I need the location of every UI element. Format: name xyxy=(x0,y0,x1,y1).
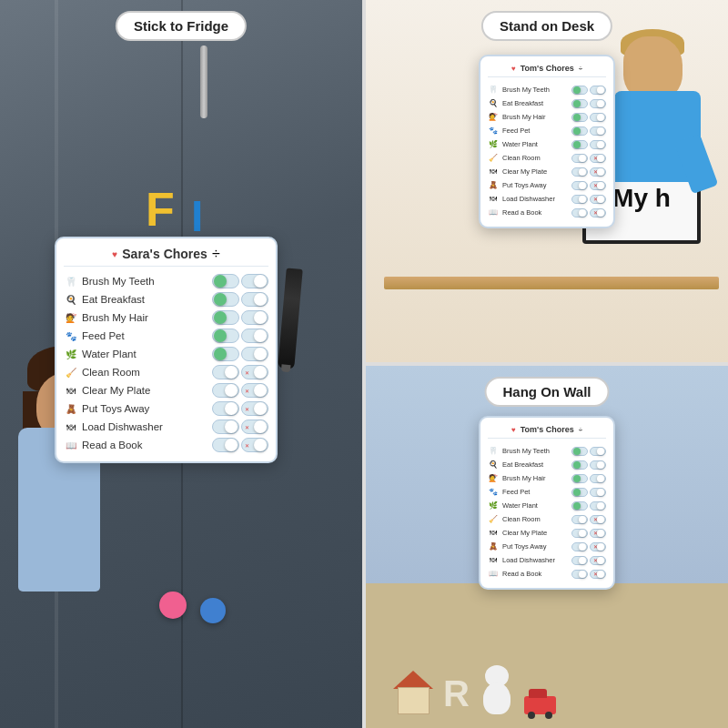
toggle-switch[interactable]: ✕ xyxy=(590,181,606,190)
toggle-switch[interactable] xyxy=(212,438,239,452)
toggle-switch[interactable]: ✓ xyxy=(571,126,588,136)
toggle-switch[interactable] xyxy=(571,208,588,217)
bear-decoration xyxy=(479,669,515,714)
chore-icon: 📖 xyxy=(488,569,499,580)
toggle-switch[interactable]: ✓ xyxy=(212,329,239,343)
toggle-switch[interactable]: ✓ xyxy=(571,474,588,483)
chore-label: Feed Pet xyxy=(502,126,568,135)
chore-row: 🌿Water Plant✓ xyxy=(488,137,606,151)
toggle-knob xyxy=(579,155,586,162)
toggle-switch[interactable] xyxy=(241,329,268,343)
toggle-switch[interactable]: ✓ xyxy=(571,86,588,95)
toggle-switch[interactable]: ✓ xyxy=(212,347,239,361)
chore-label: Clear My Plate xyxy=(502,529,568,537)
toggle-knob xyxy=(214,329,227,342)
toggle-switch[interactable]: ✕ xyxy=(590,556,606,565)
toggle-switch[interactable] xyxy=(212,420,239,434)
toggle-switch[interactable]: ✓ xyxy=(571,460,588,470)
toggle-switch[interactable] xyxy=(571,570,588,579)
toggle-switch[interactable]: ✓ xyxy=(212,274,239,288)
chore-icon: 🧹 xyxy=(64,365,78,379)
chore-row: 🍽Clear My Plate✕ xyxy=(64,381,268,399)
toggle-switch[interactable] xyxy=(241,310,268,325)
toggle-switch[interactable] xyxy=(212,383,239,398)
sara-chores-list: 🦷Brush My Teeth✓🍳Eat Breakfast✓💇Brush My… xyxy=(64,272,268,454)
toggle-knob xyxy=(597,86,604,94)
toggle-switch[interactable] xyxy=(590,474,606,483)
chore-icon: 🧸 xyxy=(488,541,499,552)
toggle-switch[interactable]: ✕ xyxy=(241,420,268,434)
toggle-switch[interactable]: ✕ xyxy=(590,570,606,579)
toggle-switch[interactable]: ✕ xyxy=(241,365,268,379)
toggle-switch[interactable]: ✕ xyxy=(590,542,606,551)
toggle-switch[interactable]: ✓ xyxy=(571,113,588,122)
toggle-switch[interactable] xyxy=(571,195,588,204)
chore-label: Feed Pet xyxy=(502,488,568,496)
chore-icon: 📖 xyxy=(64,438,78,452)
chore-label: Load Dishwasher xyxy=(502,556,568,564)
toggle-group: ✕ xyxy=(571,570,606,579)
toggle-group: ✕ xyxy=(571,181,606,190)
toggle-switch[interactable] xyxy=(590,501,606,511)
toggle-group: ✕ xyxy=(212,438,268,452)
toggle-switch[interactable] xyxy=(571,542,588,551)
toggle-switch[interactable]: ✕ xyxy=(590,208,606,217)
toggle-switch[interactable] xyxy=(212,365,239,379)
chore-label: Brush My Teeth xyxy=(502,86,568,94)
toggle-switch[interactable] xyxy=(590,140,606,149)
toy-wheel-left xyxy=(528,712,535,719)
toggle-switch[interactable] xyxy=(571,154,588,163)
chore-label: Eat Breakfast xyxy=(82,294,208,305)
toggle-switch[interactable]: ✓ xyxy=(571,488,588,497)
toggle-group: ✕ xyxy=(571,195,606,204)
chore-row: 🍳Eat Breakfast✓ xyxy=(488,458,606,471)
toggle-switch[interactable] xyxy=(212,401,239,416)
toggle-switch[interactable] xyxy=(571,167,588,177)
toggle-switch[interactable]: ✕ xyxy=(590,195,606,204)
toggle-switch[interactable]: ✓ xyxy=(571,140,588,149)
toggle-knob xyxy=(597,516,604,523)
toggle-switch[interactable] xyxy=(590,86,606,95)
chore-icon: 🧹 xyxy=(488,153,499,164)
toggle-switch[interactable] xyxy=(590,113,606,122)
toggle-group: ✓ xyxy=(212,310,268,325)
toggle-group: ✓ xyxy=(571,86,606,95)
toggle-switch[interactable]: ✕ xyxy=(590,529,606,538)
chore-label: Brush My Hair xyxy=(502,113,568,121)
toggle-switch[interactable] xyxy=(241,274,268,288)
toggle-switch[interactable] xyxy=(571,529,588,538)
toggle-switch[interactable] xyxy=(571,181,588,190)
toggle-switch[interactable]: ✕ xyxy=(241,438,268,452)
toggle-switch[interactable] xyxy=(571,556,588,565)
sara-card-title: Sara's Chores xyxy=(122,247,207,261)
toggle-switch[interactable]: ✕ xyxy=(590,154,606,163)
toggle-switch[interactable] xyxy=(241,347,268,361)
toggle-knob xyxy=(573,489,581,496)
toggle-switch[interactable]: ✓ xyxy=(571,447,588,456)
toggle-switch[interactable]: ✓ xyxy=(571,501,588,511)
magnet-blue xyxy=(200,598,226,623)
toggle-switch[interactable] xyxy=(590,99,606,108)
toggle-knob xyxy=(597,141,604,148)
toggle-switch[interactable] xyxy=(571,515,588,524)
toggle-switch[interactable]: ✓ xyxy=(212,310,239,325)
toggle-switch[interactable] xyxy=(590,488,606,497)
toggle-switch[interactable]: ✕ xyxy=(241,401,268,416)
toggle-switch[interactable] xyxy=(590,460,606,470)
chore-icon: 🍽 xyxy=(488,194,499,205)
chore-label: Clean Room xyxy=(82,367,208,378)
chore-icon: 🍽 xyxy=(488,528,499,539)
toggle-switch[interactable]: ✓ xyxy=(571,99,588,108)
toggle-switch[interactable]: ✕ xyxy=(590,515,606,524)
toggle-switch[interactable]: ✕ xyxy=(241,383,268,398)
toggle-knob xyxy=(597,155,604,162)
toggle-knob xyxy=(597,543,604,551)
toggle-switch[interactable]: ✓ xyxy=(212,292,239,307)
toggle-knob xyxy=(214,311,227,324)
toggle-switch[interactable] xyxy=(241,292,268,307)
toggle-switch[interactable] xyxy=(590,126,606,136)
letter-r-decoration: R xyxy=(443,673,470,714)
toggle-switch[interactable] xyxy=(590,447,606,456)
chore-row: 🧸Put Toys Away✕ xyxy=(488,178,606,192)
toggle-switch[interactable]: ✕ xyxy=(590,167,606,177)
